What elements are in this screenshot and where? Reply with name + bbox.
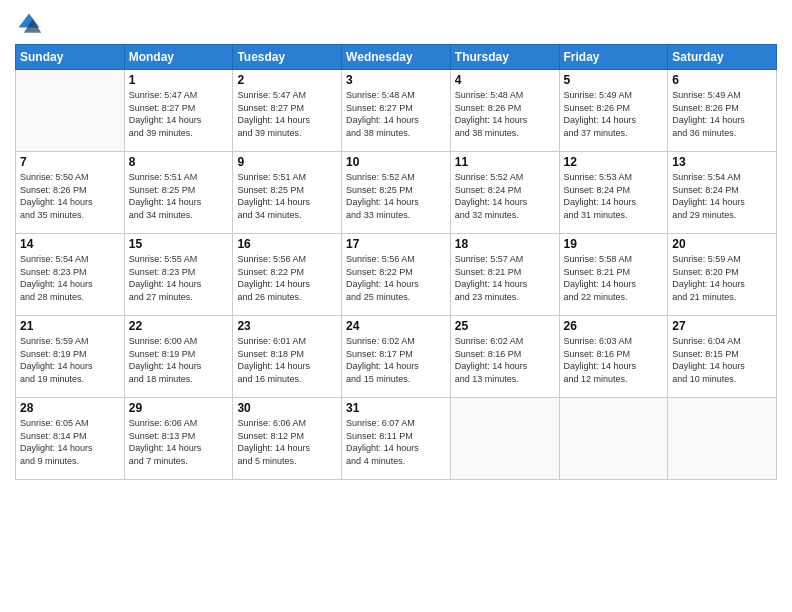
weekday-header-sunday: Sunday [16, 45, 125, 70]
calendar-cell: 14Sunrise: 5:54 AM Sunset: 8:23 PM Dayli… [16, 234, 125, 316]
calendar-cell [16, 70, 125, 152]
day-number: 18 [455, 237, 555, 251]
calendar-cell: 31Sunrise: 6:07 AM Sunset: 8:11 PM Dayli… [342, 398, 451, 480]
day-info: Sunrise: 5:47 AM Sunset: 8:27 PM Dayligh… [237, 89, 337, 139]
day-number: 28 [20, 401, 120, 415]
day-info: Sunrise: 5:51 AM Sunset: 8:25 PM Dayligh… [237, 171, 337, 221]
weekday-header-wednesday: Wednesday [342, 45, 451, 70]
day-number: 23 [237, 319, 337, 333]
calendar-cell: 26Sunrise: 6:03 AM Sunset: 8:16 PM Dayli… [559, 316, 668, 398]
calendar-cell: 29Sunrise: 6:06 AM Sunset: 8:13 PM Dayli… [124, 398, 233, 480]
day-number: 21 [20, 319, 120, 333]
calendar-cell: 24Sunrise: 6:02 AM Sunset: 8:17 PM Dayli… [342, 316, 451, 398]
day-number: 3 [346, 73, 446, 87]
day-number: 25 [455, 319, 555, 333]
day-number: 15 [129, 237, 229, 251]
day-number: 9 [237, 155, 337, 169]
day-info: Sunrise: 5:56 AM Sunset: 8:22 PM Dayligh… [346, 253, 446, 303]
day-info: Sunrise: 6:04 AM Sunset: 8:15 PM Dayligh… [672, 335, 772, 385]
day-info: Sunrise: 5:59 AM Sunset: 8:20 PM Dayligh… [672, 253, 772, 303]
logo [15, 10, 46, 38]
calendar-cell: 10Sunrise: 5:52 AM Sunset: 8:25 PM Dayli… [342, 152, 451, 234]
logo-icon [15, 10, 43, 38]
day-number: 6 [672, 73, 772, 87]
day-info: Sunrise: 6:01 AM Sunset: 8:18 PM Dayligh… [237, 335, 337, 385]
day-info: Sunrise: 6:06 AM Sunset: 8:13 PM Dayligh… [129, 417, 229, 467]
calendar-cell: 5Sunrise: 5:49 AM Sunset: 8:26 PM Daylig… [559, 70, 668, 152]
day-info: Sunrise: 5:54 AM Sunset: 8:24 PM Dayligh… [672, 171, 772, 221]
calendar-cell: 19Sunrise: 5:58 AM Sunset: 8:21 PM Dayli… [559, 234, 668, 316]
day-number: 19 [564, 237, 664, 251]
day-number: 10 [346, 155, 446, 169]
day-number: 26 [564, 319, 664, 333]
day-info: Sunrise: 5:55 AM Sunset: 8:23 PM Dayligh… [129, 253, 229, 303]
day-number: 29 [129, 401, 229, 415]
day-number: 8 [129, 155, 229, 169]
day-info: Sunrise: 5:48 AM Sunset: 8:27 PM Dayligh… [346, 89, 446, 139]
day-info: Sunrise: 5:49 AM Sunset: 8:26 PM Dayligh… [564, 89, 664, 139]
day-info: Sunrise: 5:49 AM Sunset: 8:26 PM Dayligh… [672, 89, 772, 139]
day-info: Sunrise: 5:47 AM Sunset: 8:27 PM Dayligh… [129, 89, 229, 139]
day-number: 17 [346, 237, 446, 251]
day-number: 14 [20, 237, 120, 251]
day-number: 13 [672, 155, 772, 169]
day-info: Sunrise: 6:00 AM Sunset: 8:19 PM Dayligh… [129, 335, 229, 385]
calendar-week-4: 21Sunrise: 5:59 AM Sunset: 8:19 PM Dayli… [16, 316, 777, 398]
calendar-cell: 25Sunrise: 6:02 AM Sunset: 8:16 PM Dayli… [450, 316, 559, 398]
day-number: 12 [564, 155, 664, 169]
calendar-body: 1Sunrise: 5:47 AM Sunset: 8:27 PM Daylig… [16, 70, 777, 480]
day-info: Sunrise: 6:06 AM Sunset: 8:12 PM Dayligh… [237, 417, 337, 467]
calendar-cell: 6Sunrise: 5:49 AM Sunset: 8:26 PM Daylig… [668, 70, 777, 152]
day-number: 7 [20, 155, 120, 169]
day-info: Sunrise: 6:02 AM Sunset: 8:17 PM Dayligh… [346, 335, 446, 385]
day-info: Sunrise: 5:54 AM Sunset: 8:23 PM Dayligh… [20, 253, 120, 303]
calendar-cell: 17Sunrise: 5:56 AM Sunset: 8:22 PM Dayli… [342, 234, 451, 316]
calendar-cell: 12Sunrise: 5:53 AM Sunset: 8:24 PM Dayli… [559, 152, 668, 234]
day-info: Sunrise: 5:52 AM Sunset: 8:24 PM Dayligh… [455, 171, 555, 221]
weekday-header-thursday: Thursday [450, 45, 559, 70]
calendar-cell: 27Sunrise: 6:04 AM Sunset: 8:15 PM Dayli… [668, 316, 777, 398]
calendar-cell: 16Sunrise: 5:56 AM Sunset: 8:22 PM Dayli… [233, 234, 342, 316]
calendar-cell: 21Sunrise: 5:59 AM Sunset: 8:19 PM Dayli… [16, 316, 125, 398]
calendar-cell: 4Sunrise: 5:48 AM Sunset: 8:26 PM Daylig… [450, 70, 559, 152]
day-number: 2 [237, 73, 337, 87]
day-info: Sunrise: 6:07 AM Sunset: 8:11 PM Dayligh… [346, 417, 446, 467]
day-info: Sunrise: 5:59 AM Sunset: 8:19 PM Dayligh… [20, 335, 120, 385]
calendar-cell [559, 398, 668, 480]
calendar-cell: 22Sunrise: 6:00 AM Sunset: 8:19 PM Dayli… [124, 316, 233, 398]
calendar-cell: 30Sunrise: 6:06 AM Sunset: 8:12 PM Dayli… [233, 398, 342, 480]
day-info: Sunrise: 5:57 AM Sunset: 8:21 PM Dayligh… [455, 253, 555, 303]
day-number: 16 [237, 237, 337, 251]
day-number: 30 [237, 401, 337, 415]
day-number: 5 [564, 73, 664, 87]
day-number: 20 [672, 237, 772, 251]
page: SundayMondayTuesdayWednesdayThursdayFrid… [0, 0, 792, 612]
day-number: 11 [455, 155, 555, 169]
day-number: 1 [129, 73, 229, 87]
day-info: Sunrise: 5:48 AM Sunset: 8:26 PM Dayligh… [455, 89, 555, 139]
day-info: Sunrise: 5:50 AM Sunset: 8:26 PM Dayligh… [20, 171, 120, 221]
calendar-week-2: 7Sunrise: 5:50 AM Sunset: 8:26 PM Daylig… [16, 152, 777, 234]
day-number: 4 [455, 73, 555, 87]
day-info: Sunrise: 5:51 AM Sunset: 8:25 PM Dayligh… [129, 171, 229, 221]
calendar-cell: 11Sunrise: 5:52 AM Sunset: 8:24 PM Dayli… [450, 152, 559, 234]
calendar-cell: 28Sunrise: 6:05 AM Sunset: 8:14 PM Dayli… [16, 398, 125, 480]
day-info: Sunrise: 5:52 AM Sunset: 8:25 PM Dayligh… [346, 171, 446, 221]
calendar-cell: 9Sunrise: 5:51 AM Sunset: 8:25 PM Daylig… [233, 152, 342, 234]
day-number: 31 [346, 401, 446, 415]
calendar-cell: 1Sunrise: 5:47 AM Sunset: 8:27 PM Daylig… [124, 70, 233, 152]
calendar-cell: 13Sunrise: 5:54 AM Sunset: 8:24 PM Dayli… [668, 152, 777, 234]
calendar-cell: 18Sunrise: 5:57 AM Sunset: 8:21 PM Dayli… [450, 234, 559, 316]
calendar-table: SundayMondayTuesdayWednesdayThursdayFrid… [15, 44, 777, 480]
calendar-week-5: 28Sunrise: 6:05 AM Sunset: 8:14 PM Dayli… [16, 398, 777, 480]
weekday-row: SundayMondayTuesdayWednesdayThursdayFrid… [16, 45, 777, 70]
calendar-header: SundayMondayTuesdayWednesdayThursdayFrid… [16, 45, 777, 70]
calendar-cell: 7Sunrise: 5:50 AM Sunset: 8:26 PM Daylig… [16, 152, 125, 234]
calendar-cell: 8Sunrise: 5:51 AM Sunset: 8:25 PM Daylig… [124, 152, 233, 234]
weekday-header-friday: Friday [559, 45, 668, 70]
calendar-cell: 15Sunrise: 5:55 AM Sunset: 8:23 PM Dayli… [124, 234, 233, 316]
day-info: Sunrise: 6:02 AM Sunset: 8:16 PM Dayligh… [455, 335, 555, 385]
calendar-cell [668, 398, 777, 480]
day-info: Sunrise: 5:58 AM Sunset: 8:21 PM Dayligh… [564, 253, 664, 303]
day-number: 27 [672, 319, 772, 333]
